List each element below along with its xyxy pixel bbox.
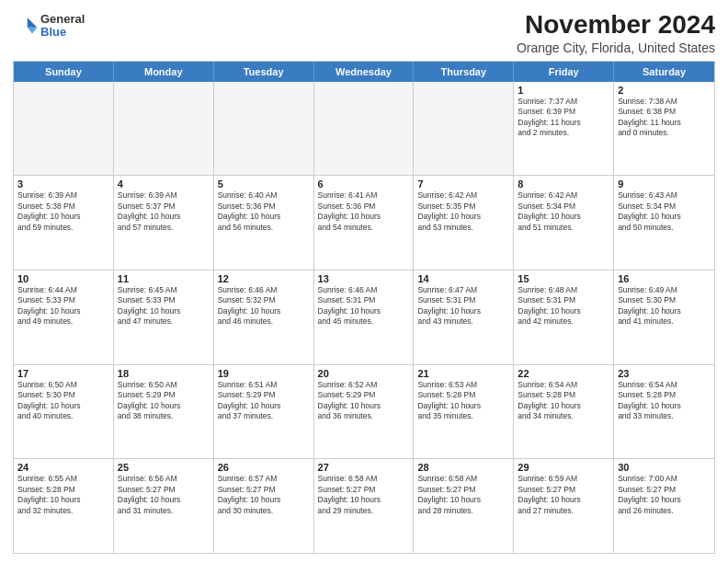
day-info: Sunrise: 6:50 AM Sunset: 5:30 PM Dayligh… (17, 380, 109, 422)
day-number: 6 (318, 178, 410, 190)
calendar-cell: 7Sunrise: 6:42 AM Sunset: 5:35 PM Daylig… (414, 176, 514, 270)
day-number: 1 (518, 85, 609, 96)
day-info: Sunrise: 6:42 AM Sunset: 5:35 PM Dayligh… (417, 190, 509, 233)
main-title: November 2024 (517, 9, 715, 40)
day-number: 7 (417, 178, 509, 190)
day-number: 10 (17, 273, 109, 284)
calendar-cell: 24Sunrise: 6:55 AM Sunset: 5:28 PM Dayli… (14, 459, 114, 553)
day-info: Sunrise: 6:53 AM Sunset: 5:28 PM Dayligh… (417, 380, 509, 422)
calendar-cell: 10Sunrise: 6:44 AM Sunset: 5:33 PM Dayli… (14, 270, 114, 364)
calendar-cell: 15Sunrise: 6:48 AM Sunset: 5:31 PM Dayli… (514, 270, 614, 364)
day-info: Sunrise: 6:39 AM Sunset: 5:38 PM Dayligh… (17, 190, 109, 233)
day-number: 23 (618, 368, 711, 379)
svg-marker-1 (28, 28, 38, 34)
calendar-cell: 26Sunrise: 6:57 AM Sunset: 5:27 PM Dayli… (214, 459, 314, 553)
calendar: SundayMondayTuesdayWednesdayThursdayFrid… (13, 61, 715, 554)
day-number: 18 (118, 368, 210, 379)
day-info: Sunrise: 6:54 AM Sunset: 5:28 PM Dayligh… (518, 380, 609, 422)
calendar-week-2: 3Sunrise: 6:39 AM Sunset: 5:38 PM Daylig… (14, 176, 714, 270)
day-info: Sunrise: 6:41 AM Sunset: 5:36 PM Dayligh… (318, 190, 410, 233)
day-number: 16 (618, 273, 711, 284)
logo: General Blue (13, 13, 85, 40)
day-number: 26 (218, 462, 310, 473)
calendar-cell (114, 82, 214, 176)
calendar-cell: 30Sunrise: 7:00 AM Sunset: 5:27 PM Dayli… (614, 459, 714, 553)
day-number: 25 (118, 462, 210, 473)
day-number: 27 (318, 462, 410, 473)
calendar-week-5: 24Sunrise: 6:55 AM Sunset: 5:28 PM Dayli… (14, 459, 714, 553)
cal-header-sunday: Sunday (14, 62, 114, 82)
day-number: 19 (218, 368, 310, 379)
day-info: Sunrise: 6:54 AM Sunset: 5:28 PM Dayligh… (618, 380, 711, 422)
day-info: Sunrise: 6:56 AM Sunset: 5:27 PM Dayligh… (118, 474, 210, 516)
calendar-cell: 21Sunrise: 6:53 AM Sunset: 5:28 PM Dayli… (414, 365, 514, 459)
day-number: 13 (318, 273, 410, 284)
calendar-cell: 2Sunrise: 7:38 AM Sunset: 6:38 PM Daylig… (614, 82, 714, 176)
day-number: 12 (218, 273, 310, 284)
day-info: Sunrise: 6:42 AM Sunset: 5:34 PM Dayligh… (518, 190, 609, 233)
calendar-body: 1Sunrise: 7:37 AM Sunset: 6:39 PM Daylig… (14, 82, 714, 553)
day-info: Sunrise: 6:55 AM Sunset: 5:28 PM Dayligh… (17, 474, 109, 516)
calendar-cell: 4Sunrise: 6:39 AM Sunset: 5:37 PM Daylig… (114, 176, 214, 270)
cal-header-thursday: Thursday (414, 62, 514, 82)
day-info: Sunrise: 6:48 AM Sunset: 5:31 PM Dayligh… (518, 285, 609, 327)
logo-blue: Blue (40, 26, 85, 39)
day-info: Sunrise: 7:38 AM Sunset: 6:38 PM Dayligh… (618, 97, 711, 139)
logo-general: General (40, 13, 85, 26)
day-info: Sunrise: 6:49 AM Sunset: 5:30 PM Dayligh… (618, 285, 711, 327)
calendar-cell: 27Sunrise: 6:58 AM Sunset: 5:27 PM Dayli… (314, 459, 415, 553)
header: General Blue November 2024 Orange City, … (13, 9, 715, 55)
calendar-cell (314, 82, 415, 176)
day-number: 8 (518, 178, 609, 190)
day-info: Sunrise: 7:37 AM Sunset: 6:39 PM Dayligh… (518, 97, 609, 139)
day-info: Sunrise: 6:58 AM Sunset: 5:27 PM Dayligh… (318, 474, 410, 516)
calendar-cell: 9Sunrise: 6:43 AM Sunset: 5:34 PM Daylig… (614, 176, 714, 270)
calendar-cell: 12Sunrise: 6:46 AM Sunset: 5:32 PM Dayli… (214, 270, 314, 364)
day-number: 17 (17, 368, 109, 379)
day-info: Sunrise: 6:58 AM Sunset: 5:27 PM Dayligh… (417, 474, 509, 516)
day-info: Sunrise: 6:59 AM Sunset: 5:27 PM Dayligh… (518, 474, 609, 516)
calendar-week-3: 10Sunrise: 6:44 AM Sunset: 5:33 PM Dayli… (14, 270, 714, 365)
calendar-cell (14, 82, 114, 176)
cal-header-tuesday: Tuesday (214, 62, 314, 82)
day-number: 11 (118, 273, 210, 284)
day-number: 24 (17, 462, 109, 473)
day-info: Sunrise: 6:46 AM Sunset: 5:31 PM Dayligh… (318, 285, 410, 327)
subtitle: Orange City, Florida, United States (517, 40, 715, 55)
calendar-cell: 16Sunrise: 6:49 AM Sunset: 5:30 PM Dayli… (614, 270, 714, 364)
day-info: Sunrise: 7:00 AM Sunset: 5:27 PM Dayligh… (618, 474, 711, 516)
calendar-cell: 17Sunrise: 6:50 AM Sunset: 5:30 PM Dayli… (14, 365, 114, 459)
day-number: 3 (17, 178, 109, 190)
calendar-cell: 22Sunrise: 6:54 AM Sunset: 5:28 PM Dayli… (514, 365, 614, 459)
day-number: 5 (218, 178, 310, 190)
calendar-cell: 25Sunrise: 6:56 AM Sunset: 5:27 PM Dayli… (114, 459, 214, 553)
calendar-cell: 19Sunrise: 6:51 AM Sunset: 5:29 PM Dayli… (214, 365, 314, 459)
day-info: Sunrise: 6:51 AM Sunset: 5:29 PM Dayligh… (218, 380, 310, 422)
cal-header-saturday: Saturday (614, 62, 714, 82)
calendar-cell: 28Sunrise: 6:58 AM Sunset: 5:27 PM Dayli… (414, 459, 514, 553)
day-info: Sunrise: 6:50 AM Sunset: 5:29 PM Dayligh… (118, 380, 210, 422)
day-number: 28 (417, 462, 509, 473)
calendar-cell: 11Sunrise: 6:45 AM Sunset: 5:33 PM Dayli… (114, 270, 214, 364)
calendar-cell: 18Sunrise: 6:50 AM Sunset: 5:29 PM Dayli… (114, 365, 214, 459)
calendar-header-row: SundayMondayTuesdayWednesdayThursdayFrid… (14, 62, 714, 82)
title-block: November 2024 Orange City, Florida, Unit… (517, 9, 715, 55)
day-number: 30 (618, 462, 711, 473)
day-number: 2 (618, 85, 711, 96)
logo-icon (13, 13, 39, 39)
day-number: 4 (118, 178, 210, 190)
calendar-cell: 14Sunrise: 6:47 AM Sunset: 5:31 PM Dayli… (414, 270, 514, 364)
day-info: Sunrise: 6:47 AM Sunset: 5:31 PM Dayligh… (417, 285, 509, 327)
day-info: Sunrise: 6:39 AM Sunset: 5:37 PM Dayligh… (118, 190, 210, 233)
day-number: 14 (417, 273, 509, 284)
logo-text: General Blue (40, 13, 85, 40)
calendar-cell: 13Sunrise: 6:46 AM Sunset: 5:31 PM Dayli… (314, 270, 415, 364)
calendar-cell (214, 82, 314, 176)
day-info: Sunrise: 6:44 AM Sunset: 5:33 PM Dayligh… (17, 285, 109, 327)
day-number: 29 (518, 462, 609, 473)
page: General Blue November 2024 Orange City, … (0, 0, 728, 563)
day-number: 22 (518, 368, 609, 379)
calendar-cell: 6Sunrise: 6:41 AM Sunset: 5:36 PM Daylig… (314, 176, 415, 270)
day-number: 9 (618, 178, 711, 190)
day-info: Sunrise: 6:57 AM Sunset: 5:27 PM Dayligh… (218, 474, 310, 516)
